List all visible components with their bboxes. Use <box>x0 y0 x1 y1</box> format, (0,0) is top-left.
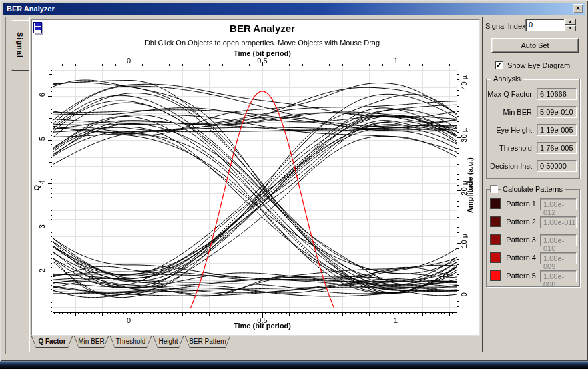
title-bar[interactable]: BER Analyzer × <box>3 3 585 15</box>
pattern-row-label: Pattern 5: <box>501 272 538 280</box>
analysis-row-label: Min BER: <box>485 108 534 116</box>
properties-icon[interactable] <box>33 22 42 33</box>
pattern-row-label: Pattern 3: <box>501 236 538 244</box>
right-tick-label: 0 <box>460 292 468 296</box>
pattern-color-swatch <box>490 198 501 209</box>
eye-diagram-plot[interactable] <box>32 20 481 336</box>
tab-label: BER Pattern <box>185 336 230 348</box>
bottom-tab-bar: Q FactorMin BERThresholdHeightBER Patter… <box>31 336 232 348</box>
right-tick-label: 40 µ <box>460 75 468 90</box>
spinner-up-icon[interactable]: ▲ <box>565 19 576 25</box>
analysis-row-label: Max Q Factor: <box>485 90 534 98</box>
analysis-legend: Analysis <box>491 75 523 83</box>
pattern-color-swatch <box>490 234 501 245</box>
pattern-color-swatch <box>490 270 501 281</box>
show-eye-diagram-label: Show Eye Diagram <box>507 61 570 69</box>
left-tick-label: 2 <box>38 268 46 272</box>
close-button[interactable]: × <box>573 4 583 13</box>
right-tick-label: 30 µ <box>460 128 468 143</box>
pattern-color-swatch <box>490 216 501 227</box>
pattern-row-label: Pattern 2: <box>501 218 538 226</box>
auto-set-button[interactable]: Auto Set <box>491 38 579 53</box>
left-tick-label: 5 <box>38 137 46 141</box>
top-tick-label: 1 <box>386 57 406 65</box>
right-tick-label: 10 µ <box>460 234 468 248</box>
tab-height[interactable]: Height <box>153 336 184 348</box>
right-tick-label: 20 µ <box>460 181 468 196</box>
pattern-value-field: 1.00e-010 <box>540 234 577 246</box>
tab-label: Height <box>153 336 184 348</box>
tab-min-ber[interactable]: Min BER <box>74 336 109 348</box>
left-tick-label: 6 <box>38 93 46 97</box>
analysis-row-label: Decision Inst: <box>485 162 534 170</box>
taskbar-edge-strip <box>0 361 588 369</box>
bottom-tick-label: 0.5 <box>252 316 272 324</box>
calculate-patterns-checkbox[interactable] <box>490 185 498 193</box>
pattern-value-field: 1.00e-008 <box>540 270 577 282</box>
chart-area: BER Analyzer Dbl Click On Objects to ope… <box>31 19 480 336</box>
pattern-value-field: 1.00e-011 <box>540 216 577 228</box>
signal-index-label: Signal Index: <box>485 22 528 30</box>
window-title: BER Analyzer <box>7 5 55 13</box>
analysis-row-label: Threshold: <box>485 144 534 152</box>
pattern-value-field: 1.00e-012 <box>540 198 577 210</box>
analysis-row-label: Eye Height: <box>485 126 534 134</box>
analysis-value-field: 1.19e-005 <box>537 124 577 136</box>
analysis-value-field: 1.76e-005 <box>537 142 577 154</box>
tab-ber-pattern[interactable]: BER Pattern <box>185 336 230 348</box>
tab-threshold[interactable]: Threshold <box>110 336 152 348</box>
pattern-value-field: 1.00e-009 <box>540 252 577 264</box>
chart-title: BER Analyzer <box>62 23 463 34</box>
bottom-tick-label: 1 <box>386 316 406 324</box>
top-tick-label: 0.5 <box>252 57 272 65</box>
top-tick-label: 0 <box>119 57 139 65</box>
tab-label: Threshold <box>110 336 152 348</box>
spinner-down-icon[interactable]: ▼ <box>565 25 576 31</box>
show-eye-diagram-checkbox[interactable]: ✓ <box>495 61 503 69</box>
analysis-value-field: 5.09e-010 <box>537 106 577 118</box>
signal-index-spinner: ▲ ▼ <box>565 19 576 31</box>
analysis-value-field: 0.50000 <box>537 160 577 172</box>
tab-label: Q Factor <box>31 336 73 348</box>
ber-analyzer-window: BER Analyzer × Signal BER Analyzer Dbl C… <box>0 0 588 361</box>
signal-index-input[interactable]: 0 <box>525 19 565 31</box>
calculate-patterns-legend: Calculate Patterns <box>501 185 565 193</box>
analysis-value-field: 6.10666 <box>537 88 577 100</box>
tab-signal[interactable]: Signal <box>11 20 29 71</box>
pattern-row-label: Pattern 4: <box>501 254 538 262</box>
signal-tab-label: Signal <box>16 32 24 58</box>
chart-subtitle: Dbl Click On Objects to open properties.… <box>62 39 463 47</box>
tab-label: Min BER <box>74 336 109 348</box>
tab-q-factor[interactable]: Q Factor <box>31 336 73 348</box>
pattern-row-label: Pattern 1: <box>501 200 538 208</box>
pattern-color-swatch <box>490 252 501 263</box>
left-axis-title: Q <box>33 185 41 191</box>
bottom-tick-label: 0 <box>119 316 139 324</box>
left-tick-label: 3 <box>38 224 46 228</box>
left-tick-label: 4 <box>38 180 46 184</box>
